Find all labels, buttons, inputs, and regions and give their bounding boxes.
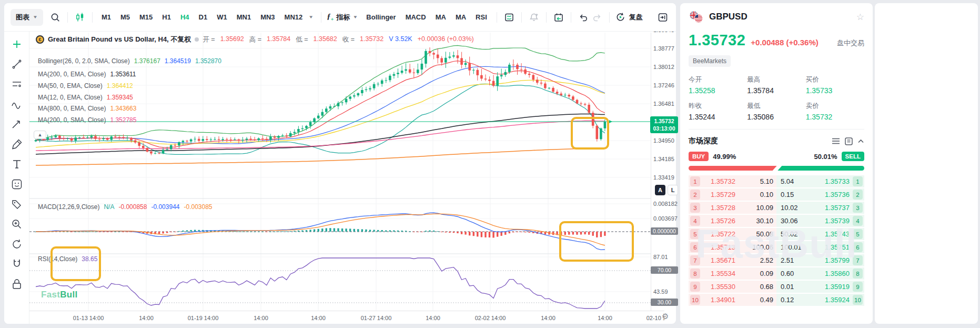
ohlc-value: 1.35692 [220,35,244,44]
undo-icon[interactable] [577,11,590,24]
trend-arrow-icon[interactable] [11,118,23,131]
emoji-icon[interactable] [11,178,23,191]
legend-ma-3[interactable]: MA(800, 0, EMA, Close)1.343663 [38,105,136,112]
order-book-row[interactable]: 81.355340.090.601.358608 [689,267,864,280]
replay-button[interactable]: 复盘 [615,12,643,23]
time-axis[interactable]: 01-13 14:0014:0001-19 14:0014:0014:0001-… [29,311,664,324]
order-book-row[interactable]: 21.357290.100.151.357362 [689,188,864,201]
indicator-menu[interactable]: ƒ+ 指标 ▼ [327,12,358,22]
bid-volume: 0.68 [746,283,773,291]
indicator-shortcut-ma-3[interactable]: MA [451,11,470,23]
ask-price: 1.35924 [806,296,853,304]
rsi-tick: 87.01 [653,254,668,260]
timeframe-mn1[interactable]: MN1 [233,11,255,23]
timeframe-m5[interactable]: M5 [117,11,134,23]
timeframe-mn12[interactable]: MN12 [281,11,307,23]
lock-icon[interactable] [11,278,23,291]
indicator-label: 指标 [336,13,350,22]
order-book-row[interactable]: 31.3572810.0910.021.357373 [689,202,864,214]
ask-rank: 2 [853,190,863,200]
stat-label: 最低 [747,102,805,111]
zoom-in-icon[interactable] [11,218,23,231]
order-book-row[interactable]: 71.356712.522.511.357997 [689,254,864,266]
legend-ma-1[interactable]: MA(50, 0, EMA, Close)1.364412 [38,82,133,90]
trendline-icon[interactable] [11,58,23,71]
timeframe-h4[interactable]: H4 [177,11,193,23]
list-view-icon[interactable] [832,137,840,145]
chart-type-menu[interactable]: 图表 ▼ [11,9,43,26]
bid-volume: 0.09 [746,270,773,277]
redo-icon[interactable] [590,11,604,24]
divider [321,12,321,23]
collapse-panel-icon[interactable] [656,11,670,24]
broker-badge[interactable]: BeeMarkets [689,55,731,67]
price-tag-icon[interactable] [11,198,23,211]
legend-collapse-button[interactable]: ▲ [34,131,46,139]
order-book-row[interactable]: 41.3572630.1030.061.357394 [689,215,864,227]
indicator-shortcut-bollinger-0[interactable]: Bollinger [362,11,400,23]
alert-bell-icon[interactable] [527,11,541,24]
stat-最低: 最低1.35086 [747,102,805,121]
indicator-shortcut-macd-1[interactable]: MACD [401,11,430,23]
indicator-shortcut-rsi-4[interactable]: RSI [471,11,491,23]
magnet-icon[interactable] [11,258,23,271]
ask-price: 1.35860 [806,270,853,277]
time-tick: 14:00 [311,315,326,321]
symbol-coin-icon: £ [36,35,44,44]
bid-rank: 4 [690,216,700,226]
quote-header: GBPUSD ☆ [689,11,864,23]
settings-gear-icon[interactable]: ⚙ [662,312,669,321]
ask-rank: 7 [853,255,863,265]
timeframe-m15[interactable]: M15 [136,11,156,23]
time-tick: 14:00 [254,315,268,321]
collapse-chevron-icon[interactable] [857,138,864,145]
timeframe-mn3[interactable]: MN3 [257,11,278,23]
timeframe-h1[interactable]: H1 [158,11,175,23]
timeframe-m1[interactable]: M1 [98,11,115,23]
timeframe-w1[interactable]: W1 [213,11,231,23]
chevron-down-icon: ▼ [352,15,358,19]
legend-bollinger[interactable]: Bollinger(26, 0, 2.0, SMA, Close)1.37616… [38,57,221,65]
ask-rank: 8 [853,269,863,279]
legend-ma-0[interactable]: MA(200, 0, EMA, Close)1.353611 [38,71,136,78]
legend-rsi[interactable]: RSI(14,Close)38.65 [38,255,97,263]
order-book-row[interactable]: 11.357325.105.041.357331 [689,175,864,187]
board-view-icon[interactable] [845,137,853,145]
timeframe-more-icon[interactable]: ▼ [308,15,314,19]
legend-label: MA(50, 0, EMA, Close) [38,82,103,90]
order-book-row[interactable]: 101.349010.490.121.3592410 [689,294,864,306]
order-book-row[interactable]: 91.355300.680.011.359199 [689,281,864,293]
bid-volume: 100.06 [746,243,773,251]
quote-symbol: GBPUSD [709,12,747,22]
stat-今开: 今开1.35258 [689,75,747,95]
fastbull-logo: FastBull [41,290,77,300]
timeframe-d1[interactable]: D1 [195,11,211,23]
legend-ma-2[interactable]: MA(12, 0, EMA, Close)1.359345 [38,94,133,101]
indicator-shortcut-ma-2[interactable]: MA [431,11,450,23]
last-price-tag: 1.35732 03:13:00 [650,116,678,133]
order-book-row[interactable]: 51.3572250.0850.021.357435 [689,228,864,240]
bid-rank: 6 [690,242,700,252]
horizontal-lines-icon[interactable] [11,78,23,91]
auto-scale-button[interactable]: A [655,185,665,195]
order-book-row[interactable]: 61.35713100.06100.011.357516 [689,241,864,253]
measure-icon[interactable] [11,238,23,251]
calendar-back-icon[interactable] [552,11,565,24]
buy-sell-ratio-bar [689,166,864,171]
legend-ma-4[interactable]: MA(200, 0, SMA, Close)1.352785 [38,116,136,124]
divider [521,12,522,23]
add-icon[interactable] [11,38,23,51]
stat-label: 卖价 [806,102,864,111]
template-icon[interactable] [502,11,516,24]
log-scale-button[interactable]: L [668,185,678,195]
search-icon[interactable] [48,11,62,24]
price-tick: 1.36481 [653,101,674,107]
text-icon[interactable] [11,158,23,171]
candle-style-icon[interactable] [73,11,87,24]
favorite-star-icon[interactable]: ☆ [856,12,864,23]
legend-macd[interactable]: MACD(12,26,9,Close)N/A-0.000858-0.003944… [38,203,213,211]
pattern-icon[interactable] [11,98,23,111]
brush-icon[interactable] [11,138,23,151]
symbol-title[interactable]: Great Britain Pound vs US Dollar, H4, 不复… [48,35,191,44]
stat-label: 买价 [806,75,864,84]
